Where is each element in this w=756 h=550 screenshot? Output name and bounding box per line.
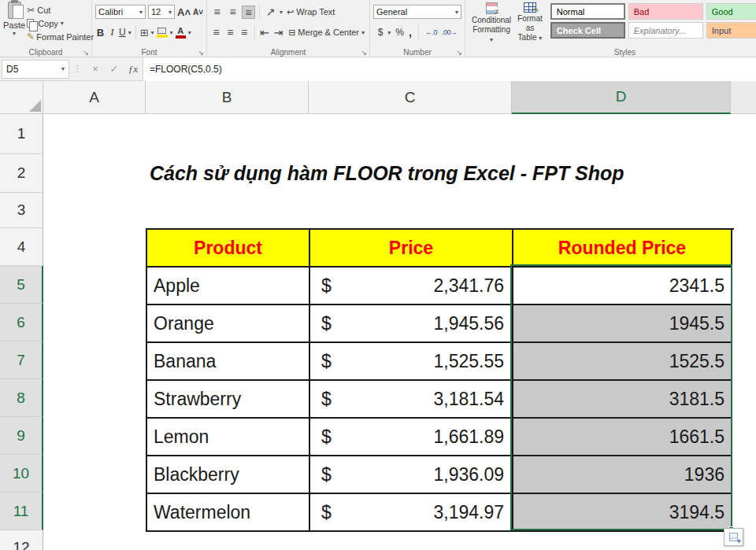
cell-product[interactable]: Lemon (147, 419, 310, 456)
number-format-select[interactable]: General ▾ (373, 5, 461, 19)
cf-label-line1: Conditional (472, 16, 511, 25)
cell-product[interactable]: Apple (147, 268, 310, 305)
borders-icon[interactable]: ⊞ (140, 27, 149, 39)
align-center-icon[interactable]: ≡ (224, 26, 236, 39)
cell-rounded[interactable]: 1661.5 (513, 419, 732, 456)
font-color-caret-icon[interactable]: ▾ (188, 29, 191, 36)
percent-style-icon[interactable]: % (395, 27, 404, 38)
auto-fill-options-button[interactable] (724, 528, 743, 546)
fill-color-caret-icon[interactable]: ▾ (170, 29, 173, 36)
formula-input[interactable]: =FLOOR(C5,0.5) (143, 57, 756, 81)
cell-product[interactable]: Blackberry (147, 456, 310, 494)
cell-price[interactable]: $1,525.55 (310, 343, 513, 381)
style-explanatory[interactable]: Explanatory... (628, 22, 703, 39)
paste-button[interactable]: Paste ▾ (3, 2, 25, 46)
top-align-icon[interactable]: ≡ (210, 6, 224, 19)
orientation-icon[interactable]: ↗ (264, 6, 277, 19)
cell-rounded[interactable]: 3181.5 (513, 381, 732, 419)
merge-center-button[interactable]: ⊟ Merge & Center ▾ (287, 27, 366, 39)
decrease-indent-icon[interactable]: ⇤ (258, 26, 270, 39)
cell-price[interactable]: $3,181.54 (310, 381, 513, 419)
wrap-text-button[interactable]: ↩ Wrap Text (285, 6, 336, 18)
row-header-10-selected[interactable]: 10 (0, 455, 43, 493)
underline-button[interactable]: U (119, 27, 126, 38)
format-as-table-button[interactable]: Format as Table ▾ (514, 2, 546, 46)
increase-decimal-icon[interactable]: ←.0 (425, 28, 437, 36)
table-header-rounded-price[interactable]: Rounded Price (513, 230, 732, 268)
cell-product[interactable]: Banana (147, 343, 310, 381)
sheet-title-cell[interactable]: Cách sử dụng hàm FLOOR trong Excel - FPT… (150, 154, 624, 193)
decrease-font-size-icon[interactable]: A˅ (193, 8, 203, 17)
cell-rounded[interactable]: 1525.5 (513, 343, 732, 381)
cell-rounded[interactable]: 1945.5 (513, 305, 732, 343)
table-header-product[interactable]: Product (147, 230, 310, 268)
cell-price[interactable]: $3,194.97 (310, 494, 513, 532)
cell-product[interactable]: Orange (147, 305, 310, 343)
increase-font-size-icon[interactable]: A˄ (177, 6, 191, 18)
select-all-corner[interactable] (0, 81, 43, 114)
cut-button[interactable]: ✂ Cut (25, 3, 95, 17)
cell-rounded[interactable]: 3194.5 (513, 494, 732, 532)
column-header-c[interactable]: C (309, 81, 512, 114)
style-input[interactable]: Input (706, 22, 756, 39)
paste-label: Paste (3, 20, 25, 30)
conditional-formatting-button[interactable]: Conditional Formatting ▾ (469, 2, 514, 46)
cell-price[interactable]: $1,945.56 (310, 305, 513, 343)
row-header-7-selected[interactable]: 7 (0, 341, 43, 379)
increase-indent-icon[interactable]: ⇥ (272, 26, 284, 39)
orientation-caret-icon[interactable]: ▾ (280, 9, 283, 16)
font-size-select[interactable]: 12 ▾ (148, 5, 175, 19)
middle-align-icon[interactable]: ≡ (226, 6, 239, 19)
align-right-icon[interactable]: ≡ (239, 26, 250, 39)
font-color-icon[interactable]: A (176, 27, 186, 39)
column-header-a[interactable]: A (43, 81, 146, 114)
alignment-dialog-launcher[interactable]: ↘ (361, 49, 368, 57)
decrease-decimal-icon[interactable]: .00→ (442, 28, 458, 36)
style-bad[interactable]: Bad (628, 3, 703, 20)
cancel-button[interactable]: × (86, 63, 105, 75)
bold-button[interactable]: B (95, 27, 106, 39)
copy-button[interactable]: Copy ▾ (25, 17, 95, 30)
clipboard-dialog-launcher[interactable]: ↘ (83, 49, 89, 57)
row-header-11-selected[interactable]: 11 (0, 493, 43, 530)
style-check-cell[interactable]: Check Cell (550, 22, 625, 39)
format-painter-icon: ✎ (27, 31, 34, 42)
column-header-b[interactable]: B (146, 81, 309, 114)
cell-rounded-active[interactable]: 2341.5 (513, 268, 732, 305)
row-header-5-selected[interactable]: 5 (0, 266, 43, 304)
font-name-select[interactable]: Calibri ▾ (95, 5, 146, 19)
cell-product[interactable]: Watermelon (147, 494, 310, 532)
bottom-align-icon[interactable]: ≡ (242, 6, 255, 19)
underline-caret-icon[interactable]: ▾ (128, 29, 132, 36)
row-header-3[interactable]: 3 (0, 193, 43, 228)
column-header-d-selected[interactable]: D (512, 81, 731, 114)
row-header-4[interactable]: 4 (0, 228, 43, 266)
name-box[interactable]: D5 ▾ (2, 60, 69, 79)
row-header-1[interactable]: 1 (0, 114, 43, 154)
number-dialog-launcher[interactable]: ↘ (457, 49, 463, 57)
table-header-price[interactable]: Price (310, 230, 513, 268)
comma-style-icon[interactable]: , (409, 26, 412, 39)
row-header-2[interactable]: 2 (0, 154, 43, 193)
cell-price[interactable]: $1,661.89 (310, 419, 513, 456)
insert-function-button[interactable]: ƒx (124, 63, 143, 76)
row-header-8-selected[interactable]: 8 (0, 379, 43, 417)
enter-button[interactable]: ✓ (105, 63, 124, 75)
row-header-6-selected[interactable]: 6 (0, 304, 43, 341)
fill-color-icon[interactable] (157, 28, 168, 38)
cell-product[interactable]: Strawberry (147, 381, 310, 419)
format-painter-button[interactable]: ✎ Format Painter (25, 30, 95, 43)
italic-button[interactable]: I (108, 26, 117, 39)
accounting-format-icon[interactable]: $ (378, 27, 384, 38)
row-header-12[interactable]: 12 (0, 530, 43, 550)
borders-caret-icon[interactable]: ▾ (151, 29, 154, 36)
style-good[interactable]: Good (706, 3, 756, 20)
align-left-icon[interactable]: ≡ (210, 26, 222, 39)
accounting-caret-icon[interactable]: ▾ (387, 29, 391, 36)
cell-price[interactable]: $1,936.09 (310, 456, 513, 494)
font-dialog-launcher[interactable]: ↘ (198, 49, 205, 57)
cell-price[interactable]: $2,341.76 (310, 268, 513, 305)
row-header-9-selected[interactable]: 9 (0, 417, 43, 455)
style-normal[interactable]: Normal (550, 3, 625, 20)
cell-rounded[interactable]: 1936 (513, 456, 732, 494)
